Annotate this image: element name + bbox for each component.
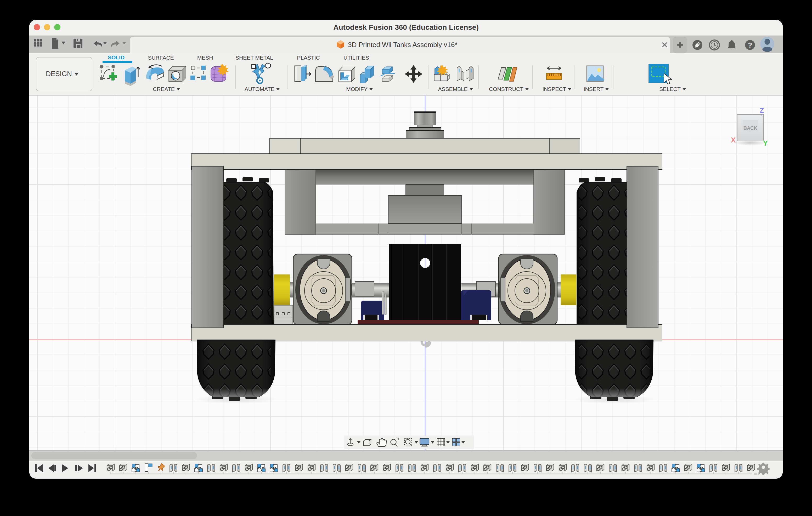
- svg-text:INSERT: INSERT: [584, 86, 604, 92]
- svg-text:SHEET METAL: SHEET METAL: [235, 55, 273, 61]
- svg-text:Z: Z: [760, 107, 764, 115]
- svg-text:CREATE: CREATE: [153, 86, 175, 92]
- svg-text:UTILITIES: UTILITIES: [344, 55, 369, 61]
- svg-text:MODIFY: MODIFY: [346, 86, 368, 92]
- svg-text:SURFACE: SURFACE: [148, 55, 174, 61]
- svg-text:PLASTIC: PLASTIC: [297, 55, 320, 61]
- svg-text:?: ?: [748, 41, 752, 49]
- svg-text:SOLID: SOLID: [108, 54, 124, 60]
- svg-text:Y: Y: [763, 139, 768, 147]
- svg-text:ASSEMBLE: ASSEMBLE: [438, 86, 467, 92]
- svg-text:3D Printed Wii Tanks Assembly: 3D Printed Wii Tanks Assembly v16*: [348, 41, 458, 49]
- svg-text:SELECT: SELECT: [659, 86, 681, 92]
- svg-text:AUTOMATE: AUTOMATE: [244, 86, 275, 92]
- svg-text:X: X: [731, 136, 735, 144]
- svg-text:Autodesk Fusion 360 (Education: Autodesk Fusion 360 (Education License): [333, 23, 478, 31]
- svg-text:DESIGN: DESIGN: [46, 70, 72, 78]
- svg-text:BACK: BACK: [744, 125, 758, 131]
- svg-text:MESH: MESH: [197, 55, 213, 61]
- svg-text:INSPECT: INSPECT: [542, 86, 566, 92]
- svg-text:CONSTRUCT: CONSTRUCT: [489, 86, 523, 92]
